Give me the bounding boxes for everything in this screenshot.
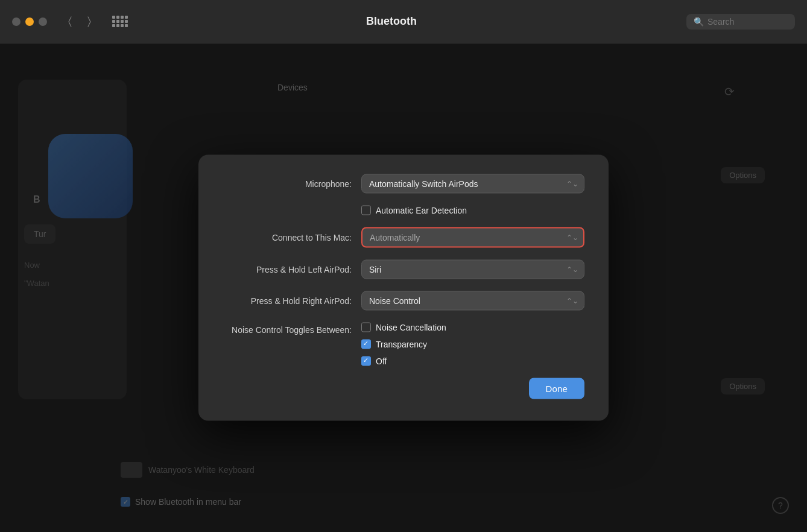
nav-buttons: 〈 〉 — [62, 13, 98, 30]
press-right-row: Press & Hold Right AirPod: Noise Control… — [223, 291, 584, 311]
press-left-row: Press & Hold Left AirPod: Siri Noise Con… — [223, 260, 584, 279]
off-label: Off — [376, 356, 387, 366]
connect-row: Connect to This Mac: Automatically When … — [223, 227, 584, 248]
press-right-label: Press & Hold Right AirPod: — [223, 296, 361, 306]
microphone-row: Microphone: Automatically Switch AirPods… — [223, 174, 584, 194]
connect-label: Connect to This Mac: — [223, 233, 361, 242]
modal-footer: Done — [223, 378, 584, 399]
ear-detection-checkbox[interactable] — [361, 206, 371, 215]
window-title: Bluetooth — [142, 15, 641, 28]
press-right-select-wrapper: Noise Control Siri Off — [361, 291, 584, 311]
titlebar: 〈 〉 Bluetooth 🔍 — [0, 0, 807, 43]
noise-cancellation-checkbox[interactable] — [361, 323, 371, 332]
grid-icon[interactable] — [112, 16, 128, 27]
ear-detection-control: Automatic Ear Detection — [361, 206, 584, 215]
main-content: B Tur Now "Watan Devices ⟳ Options Optio… — [0, 43, 807, 532]
microphone-label: Microphone: — [223, 179, 361, 189]
minimize-button[interactable] — [25, 17, 34, 26]
noise-cancellation-label: Noise Cancellation — [376, 323, 446, 332]
search-input[interactable] — [707, 17, 786, 27]
transparency-row: Transparency — [361, 340, 584, 349]
press-left-label: Press & Hold Left AirPod: — [223, 265, 361, 274]
ear-detection-text: Automatic Ear Detection — [376, 206, 467, 215]
connect-control: Automatically When Last Connected to Thi… — [361, 227, 584, 248]
connect-select-wrapper: Automatically When Last Connected to Thi… — [361, 227, 584, 248]
ear-detection-row: Automatic Ear Detection — [223, 206, 584, 215]
press-left-select-wrapper: Siri Noise Control Off — [361, 260, 584, 279]
off-checkbox[interactable] — [361, 356, 371, 366]
maximize-button[interactable] — [39, 17, 47, 26]
noise-cancellation-row: Noise Cancellation — [361, 323, 584, 332]
noise-section: Noise Control Toggles Between: Noise Can… — [223, 323, 584, 366]
forward-button[interactable]: 〉 — [81, 13, 98, 30]
transparency-checkbox[interactable] — [361, 340, 371, 349]
microphone-select[interactable]: Automatically Switch AirPods Always Wata… — [361, 174, 584, 194]
close-button[interactable] — [12, 17, 21, 26]
airpods-options-modal: Microphone: Automatically Switch AirPods… — [198, 155, 609, 421]
press-left-control: Siri Noise Control Off — [361, 260, 584, 279]
press-right-select[interactable]: Noise Control Siri Off — [361, 291, 584, 311]
ear-detection-checkbox-row: Automatic Ear Detection — [361, 206, 584, 215]
off-row: Off — [361, 356, 584, 366]
press-right-control: Noise Control Siri Off — [361, 291, 584, 311]
search-icon: 🔍 — [694, 17, 704, 27]
search-bar[interactable]: 🔍 — [686, 14, 795, 30]
microphone-control: Automatically Switch AirPods Always Wata… — [361, 174, 584, 194]
transparency-label: Transparency — [376, 340, 427, 349]
noise-checks-col: Noise Cancellation Transparency Off — [361, 323, 584, 366]
back-button[interactable]: 〈 — [62, 13, 78, 30]
traffic-lights — [12, 17, 47, 26]
done-button[interactable]: Done — [529, 378, 584, 399]
microphone-select-wrapper: Automatically Switch AirPods Always Wata… — [361, 174, 584, 194]
connect-select[interactable]: Automatically When Last Connected to Thi… — [361, 227, 584, 248]
noise-toggles-label: Noise Control Toggles Between: — [223, 323, 361, 366]
press-left-select[interactable]: Siri Noise Control Off — [361, 260, 584, 279]
